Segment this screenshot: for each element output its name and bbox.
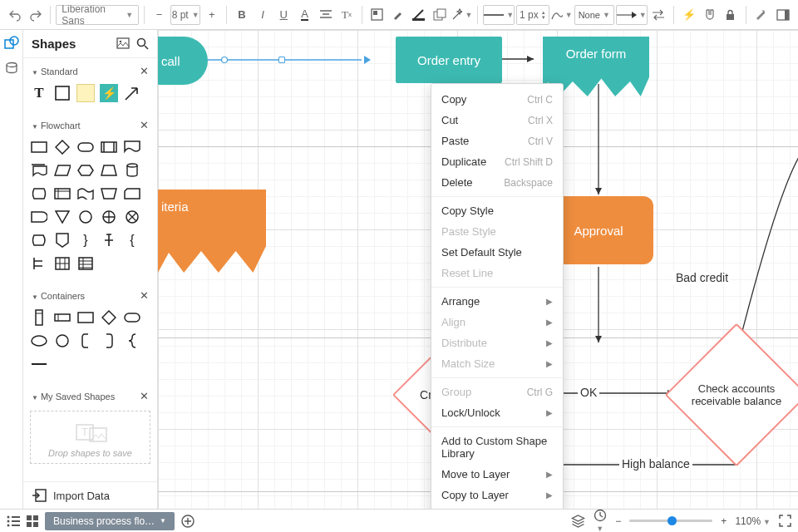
fc-card[interactable] (123, 185, 141, 203)
layers-icon[interactable] (571, 515, 585, 528)
ct-pill[interactable] (123, 308, 141, 327)
node-call[interactable]: call (158, 37, 208, 85)
ctx-set-default[interactable]: Set Default Style (431, 242, 563, 263)
fc-delay[interactable] (30, 208, 48, 226)
fc-data[interactable] (53, 161, 71, 180)
ct-diamond[interactable] (100, 308, 118, 327)
shape-style-button[interactable] (430, 4, 449, 26)
import-data-button[interactable]: Import Data (23, 481, 157, 509)
arrow-start-select[interactable]: None▼ (574, 5, 614, 25)
section-flowchart[interactable]: ▼Flowchart✕ (23, 116, 157, 135)
rect-shape[interactable] (53, 84, 71, 102)
fc-note1[interactable] (100, 231, 118, 249)
ctx-lock[interactable]: Lock/Unlock▶ (431, 402, 563, 423)
magic-button[interactable]: ▼ (451, 4, 472, 26)
history-icon[interactable]: ▼ (594, 509, 607, 533)
clear-format-button[interactable]: Tx (337, 4, 356, 26)
fc-brace2[interactable]: { (123, 231, 141, 249)
wrench-button[interactable] (751, 4, 770, 26)
zoom-in-button[interactable]: + (721, 515, 727, 527)
ctx-duplicate[interactable]: DuplicateCtrl Shift D (431, 151, 563, 172)
line-style-select[interactable]: ▼ (483, 5, 515, 25)
fc-manual[interactable] (100, 185, 118, 203)
fc-storage[interactable] (30, 185, 48, 203)
zoom-level[interactable]: 110%▼ (735, 515, 771, 527)
text-color-button[interactable]: A (295, 4, 314, 26)
bold-button[interactable]: B (232, 4, 251, 26)
ct-bracket-r[interactable] (100, 332, 118, 350)
data-rail-icon[interactable] (3, 60, 20, 76)
section-containers[interactable]: ▼Containers✕ (23, 286, 157, 305)
fc-sum[interactable] (123, 208, 141, 226)
zoom-out-button[interactable]: − (615, 515, 621, 527)
fc-terminator[interactable] (76, 138, 95, 156)
canvas[interactable]: call Order entry Order form iteria Appro… (158, 30, 798, 509)
grid-icon[interactable] (27, 515, 38, 527)
ctx-arrange[interactable]: Arrange▶ (431, 291, 563, 312)
section-standard[interactable]: ▼Standard✕ (23, 62, 157, 81)
lock-button[interactable] (721, 4, 740, 26)
fc-offpage[interactable] (53, 231, 71, 249)
swap-arrows-button[interactable] (649, 4, 668, 26)
fc-document[interactable] (123, 138, 141, 156)
flash-button[interactable]: ⚡ (679, 4, 698, 26)
ctx-paste[interactable]: PasteCtrl V (431, 131, 563, 151)
fc-internal[interactable] (53, 185, 71, 203)
fc-or[interactable] (100, 208, 118, 226)
ct-bracket-l[interactable] (76, 332, 95, 350)
section-saved[interactable]: ▼My Saved Shapes✕ (23, 387, 157, 406)
text-align-button[interactable] (316, 4, 335, 26)
fill-color-button[interactable] (367, 4, 386, 26)
close-icon[interactable]: ✕ (140, 390, 149, 402)
redo-button[interactable] (26, 4, 45, 26)
arrow-shape[interactable] (123, 84, 141, 102)
block-shape[interactable]: ⚡ (100, 84, 118, 102)
ctx-cut[interactable]: CutCtrl X (431, 110, 563, 131)
panel-toggle-button[interactable] (774, 4, 793, 26)
font-size-decrease[interactable]: − (150, 4, 169, 26)
close-icon[interactable]: ✕ (140, 65, 149, 77)
line-curve-button[interactable]: ▼ (551, 4, 573, 26)
close-icon[interactable]: ✕ (140, 289, 149, 302)
fc-merge[interactable] (53, 208, 71, 226)
ctx-copy-style[interactable]: Copy Style (431, 200, 563, 221)
menu-icon[interactable] (7, 515, 20, 527)
shapes-rail-icon[interactable] (3, 35, 20, 52)
line-width-input[interactable]: 1 px▲▼ (516, 5, 549, 25)
ct-ellipse[interactable] (30, 332, 48, 350)
ctx-copy-layer[interactable]: Copy to Layer▶ (431, 485, 563, 505)
ct-line[interactable] (30, 355, 48, 373)
close-icon[interactable]: ✕ (140, 119, 149, 131)
fc-multidoc[interactable] (30, 161, 48, 180)
fc-predef[interactable] (100, 138, 118, 156)
ct-brace[interactable] (123, 332, 141, 350)
ctx-move-layer[interactable]: Move to Layer▶ (431, 464, 563, 485)
text-shape[interactable]: T (30, 84, 48, 102)
search-icon[interactable] (136, 37, 149, 50)
ctx-delete[interactable]: DeleteBackspace (431, 172, 563, 193)
saved-dropzone[interactable]: T Drop shapes to save (30, 411, 150, 464)
fc-note2[interactable] (30, 254, 48, 273)
ctx-add-custom[interactable]: Add to Custom Shape Library (431, 431, 563, 464)
zoom-slider[interactable] (629, 520, 712, 522)
border-color-button[interactable] (388, 4, 407, 26)
font-size-input[interactable]: 8 pt▼ (170, 5, 200, 25)
line-color-button[interactable] (409, 4, 428, 26)
fullscreen-icon[interactable] (779, 515, 791, 527)
underline-button[interactable]: U (274, 4, 293, 26)
fc-brace1[interactable]: } (76, 231, 95, 249)
fc-display[interactable] (30, 231, 48, 249)
ctx-copy[interactable]: CopyCtrl C (431, 89, 563, 110)
ct-lane-v[interactable] (30, 308, 48, 327)
ct-circle[interactable] (53, 332, 71, 350)
ct-rect[interactable] (76, 308, 95, 327)
italic-button[interactable]: I (253, 4, 272, 26)
arrow-end-select[interactable]: ▼ (616, 5, 648, 25)
fc-hexagon[interactable] (76, 161, 95, 180)
fc-trap[interactable] (100, 161, 118, 180)
note-shape[interactable] (76, 84, 95, 102)
fc-paper[interactable] (76, 185, 95, 203)
font-family-select[interactable]: Liberation Sans▼ (56, 5, 139, 25)
page-tab[interactable]: Business process flo…▼ (45, 512, 175, 530)
ct-lane-h[interactable] (53, 308, 71, 327)
